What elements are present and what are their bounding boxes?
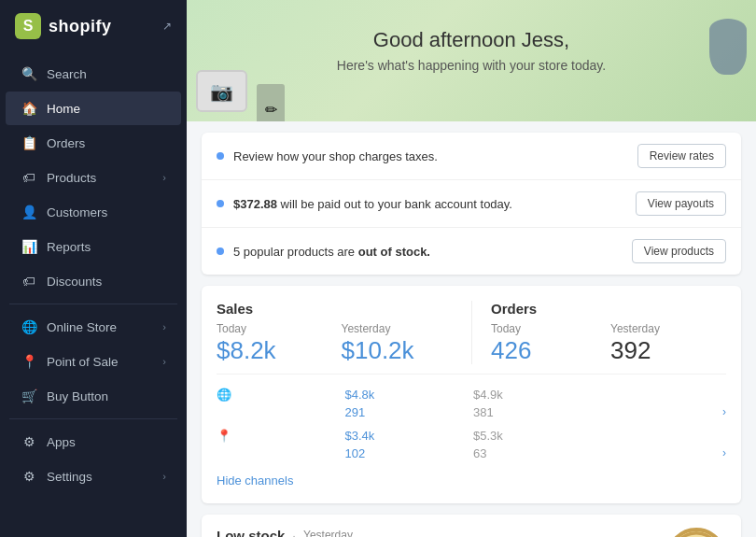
sidebar-item-label: Reports [47, 240, 91, 254]
clock-svg: 12 3 6 9 [670, 528, 722, 537]
sidebar-logo[interactable]: S shopify ↗ [0, 0, 187, 52]
sidebar-item-label: Point of Sale [47, 355, 119, 369]
review-rates-button[interactable]: Review rates [637, 144, 726, 168]
sidebar-item-label: Settings [47, 470, 92, 484]
search-icon: 🔍 [21, 66, 37, 81]
orders-icon: 📋 [21, 135, 37, 150]
notification-text: 5 popular products are out of stock. [233, 245, 623, 259]
channel1-chevron[interactable]: › [602, 405, 727, 418]
today-label: Today [217, 322, 338, 335]
sidebar-item-reports[interactable]: 📊 Reports [6, 230, 181, 263]
orders-title: Orders [491, 301, 726, 317]
sidebar-item-label: Online Store [47, 320, 117, 334]
view-payouts-button[interactable]: View payouts [636, 191, 726, 216]
sales-section: Sales Today $8.2k Yesterday $10.2k [217, 301, 471, 364]
shopify-logo-icon: S [15, 13, 41, 39]
sidebar-item-search[interactable]: 🔍 Search [6, 57, 181, 91]
chevron-right-icon: › [162, 172, 166, 183]
sidebar-item-apps[interactable]: ⚙ Apps [6, 425, 181, 459]
sidebar: S shopify ↗ 🔍 Search 🏠 Home 📋 Orders 🏷 P… [0, 0, 187, 537]
buy-button-icon: 🛒 [21, 389, 37, 403]
sidebar-item-online-store[interactable]: 🌐 Online Store › [6, 310, 181, 344]
hero-decor-left: 📷 ✏ [196, 70, 285, 121]
sidebar-nav: 🔍 Search 🏠 Home 📋 Orders 🏷 Products › 👤 … [0, 52, 187, 537]
sidebar-item-label: Orders [47, 136, 85, 150]
vase-decoration [709, 19, 747, 75]
notification-dot [217, 247, 224, 255]
low-stock-period: Yesterday [303, 529, 353, 537]
stats-divider [217, 374, 726, 374]
sidebar-item-point-of-sale[interactable]: 📍 Point of Sale › [6, 345, 181, 378]
hide-channels-link[interactable]: Hide channels [217, 473, 293, 488]
notification-stock: 5 popular products are out of stock. Vie… [202, 228, 741, 275]
channel-row-2-orders[interactable]: 102 63 › [217, 443, 726, 464]
sidebar-item-label: Search [47, 67, 87, 81]
separator: · [292, 529, 296, 537]
discounts-icon: 🏷 [21, 274, 37, 289]
hero-banner: 📷 ✏ Good afternoon Jess, Here's what's h… [187, 0, 756, 121]
sidebar-item-settings[interactable]: ⚙ Settings › [6, 459, 181, 493]
low-stock-card: Low stock · Yesterday 19 people viewed t… [202, 515, 741, 537]
orders-today-col: Today 426 [491, 322, 607, 364]
low-stock-content: Low stock · Yesterday 19 people viewed t… [217, 528, 666, 537]
notification-dot [217, 200, 224, 207]
orders-yesterday-value: 392 [610, 337, 726, 364]
sidebar-item-home[interactable]: 🏠 Home [6, 92, 181, 125]
sales-yesterday-value: $10.2k [342, 337, 463, 364]
apps-icon: ⚙ [21, 434, 37, 449]
notification-dot [217, 152, 224, 160]
sidebar-item-label: Apps [47, 435, 76, 449]
shopify-brand-name: shopify [49, 17, 112, 36]
clock-image: 12 3 6 9 [666, 528, 726, 537]
nav-separator-2 [9, 418, 177, 419]
sales-title: Sales [217, 301, 462, 317]
chevron-right-icon: › [162, 356, 166, 367]
channel1-orders-yesterday: 381 [473, 405, 598, 419]
orders-yesterday-col: Yesterday 392 [610, 322, 726, 364]
home-icon: 🏠 [21, 101, 37, 116]
notifications-card: Review how your shop charges taxes. Revi… [202, 133, 741, 275]
sales-cols: Today $8.2k Yesterday $10.2k [217, 322, 462, 364]
sidebar-item-label: Products [47, 171, 96, 185]
channel2-sales-today: $3.4k [345, 429, 470, 443]
channel2-chevron[interactable]: › [602, 446, 727, 459]
main-content: 📷 ✏ Good afternoon Jess, Here's what's h… [187, 0, 756, 537]
external-link-icon[interactable]: ↗ [162, 20, 172, 33]
channel-row-1-orders[interactable]: 291 381 › [217, 402, 726, 423]
sales-yesterday-col: Yesterday $10.2k [342, 322, 463, 364]
hero-subtitle: Here's what's happening with your store … [205, 58, 737, 73]
low-stock-header: Low stock · Yesterday [217, 528, 666, 537]
channel1-sales-yesterday: $4.9k [473, 388, 598, 402]
sales-today-value: $8.2k [217, 337, 338, 364]
sidebar-item-label: Buy Button [47, 389, 108, 403]
sidebar-item-label: Discounts [47, 275, 102, 289]
stats-card: Sales Today $8.2k Yesterday $10.2k [202, 286, 741, 503]
nav-separator [9, 304, 177, 304]
chevron-right-icon: › [162, 321, 166, 332]
yesterday-label: Yesterday [610, 322, 726, 335]
channel1-sales-today: $4.8k [345, 388, 470, 402]
channel2-orders-today: 102 [345, 446, 470, 460]
sidebar-item-discounts[interactable]: 🏷 Discounts [6, 264, 181, 298]
pos-channel-icon: 📍 [217, 429, 342, 443]
channel2-sales-yesterday: $5.3k [473, 429, 598, 443]
sidebar-item-customers[interactable]: 👤 Customers [6, 195, 181, 229]
sidebar-item-products[interactable]: 🏷 Products › [6, 161, 181, 194]
hero-greeting: Good afternoon Jess, [205, 28, 737, 52]
chevron-right-icon: › [162, 471, 166, 482]
hero-decor-right [709, 19, 747, 75]
channel1-orders-today: 291 [345, 405, 470, 419]
online-store-icon: 🌐 [21, 319, 37, 334]
sales-today-col: Today $8.2k [217, 322, 338, 364]
reports-icon: 📊 [21, 239, 37, 254]
yesterday-label: Yesterday [342, 322, 463, 335]
notification-text: $372.88 will be paid out to your bank ac… [233, 197, 626, 211]
view-products-button[interactable]: View products [632, 239, 726, 263]
customers-icon: 👤 [21, 205, 37, 219]
stats-grid: Sales Today $8.2k Yesterday $10.2k [217, 301, 726, 364]
products-icon: 🏷 [21, 170, 37, 185]
pos-icon: 📍 [21, 354, 37, 369]
orders-section: Orders Today 426 Yesterday 392 [471, 301, 726, 364]
sidebar-item-orders[interactable]: 📋 Orders [6, 126, 181, 160]
sidebar-item-buy-button[interactable]: 🛒 Buy Button [6, 379, 181, 413]
